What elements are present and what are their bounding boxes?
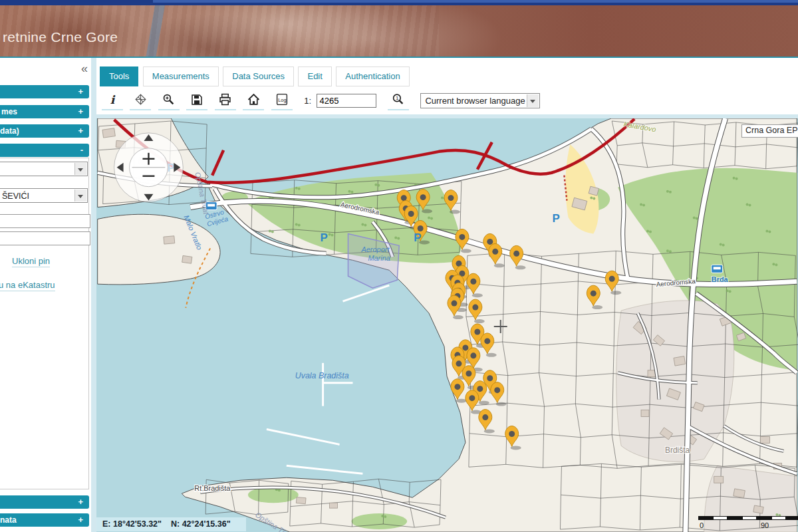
bus-stop-icon bbox=[712, 265, 723, 273]
tab-tools[interactable]: Tools bbox=[100, 66, 138, 86]
scale-prefix-label: 1: bbox=[304, 96, 311, 106]
sidebar: « + mes + data) + - ŠEVIĆI Ukloni pin u … bbox=[0, 58, 91, 532]
easting-value: E: 18°42'53.32" bbox=[102, 519, 162, 529]
parking-icon: P bbox=[321, 231, 328, 244]
cadastral-municipality-select[interactable]: ŠEVIĆI bbox=[0, 188, 88, 203]
tab-measurements[interactable]: Measurements bbox=[143, 66, 219, 86]
parking-icon: P bbox=[552, 212, 559, 225]
northing-value: N: 42°24'15.36" bbox=[171, 519, 231, 529]
zoom-icon[interactable] bbox=[158, 92, 180, 110]
scalebar-segment bbox=[698, 516, 713, 520]
home-icon[interactable] bbox=[243, 92, 264, 110]
parking-icon: P bbox=[414, 231, 421, 244]
sidebar-panel-2[interactable]: mes + bbox=[0, 105, 89, 118]
tab-data-sources[interactable]: Data Sources bbox=[223, 66, 294, 86]
expand-plus-icon[interactable]: + bbox=[78, 124, 83, 138]
scalebar-mid-label: 90 bbox=[761, 521, 769, 529]
chevron-down-icon[interactable] bbox=[74, 163, 86, 175]
scalebar-segment bbox=[713, 516, 728, 520]
map-toolbar: i Log 1: 1 Current browser language bbox=[100, 90, 795, 114]
info-icon[interactable]: i bbox=[102, 92, 123, 110]
scalebar-segment bbox=[757, 516, 771, 520]
browser-top-strip-light bbox=[153, 0, 798, 3]
sidebar-panel-3[interactable]: data) + bbox=[0, 124, 89, 138]
language-select[interactable]: Current browser language bbox=[420, 93, 540, 108]
svg-text:1: 1 bbox=[396, 96, 399, 102]
scalebar-segment bbox=[728, 516, 742, 520]
sidebar-panel-1[interactable]: + bbox=[0, 85, 89, 98]
app-header: retnine Crne Gore bbox=[0, 5, 798, 58]
scalebar: 0 90 bbox=[698, 516, 798, 532]
map-label: Aeroport bbox=[360, 245, 390, 253]
map-viewport[interactable]: Opština TivatOpština TivatMalo VratloOst… bbox=[96, 118, 798, 532]
expand-plus-icon[interactable]: + bbox=[78, 495, 83, 509]
sidebar-collapse-icon[interactable]: « bbox=[81, 63, 88, 74]
print-icon[interactable] bbox=[215, 92, 236, 110]
sidebar-panel-4-expanded[interactable]: - bbox=[0, 144, 89, 157]
map-label: Brdišta bbox=[665, 446, 690, 455]
scalebar-segment bbox=[771, 516, 786, 520]
main-area: Tools Measurements Data Sources Edit Aut… bbox=[96, 58, 798, 532]
municipality-select[interactable] bbox=[0, 162, 88, 176]
tab-bar: Tools Measurements Data Sources Edit Aut… bbox=[100, 66, 411, 86]
ekatastar-link[interactable]: u na eKatastru bbox=[0, 280, 55, 291]
sidebar-map-divider bbox=[91, 58, 96, 532]
scalebar-segment bbox=[742, 516, 757, 520]
expand-plus-icon[interactable]: + bbox=[78, 85, 83, 98]
map-label: Marina bbox=[368, 254, 390, 262]
tab-authentication[interactable]: Authentication bbox=[336, 66, 409, 86]
sidebar-bottom-panel-2[interactable]: nata + bbox=[0, 513, 89, 527]
collapse-minus-icon[interactable]: - bbox=[80, 144, 83, 157]
map-label: Rt Bradišta bbox=[194, 484, 231, 492]
scale-input[interactable] bbox=[317, 94, 376, 108]
chevron-down-icon[interactable] bbox=[74, 190, 86, 201]
expand-plus-icon[interactable]: + bbox=[78, 105, 83, 118]
pan-zoom-control[interactable] bbox=[114, 133, 184, 202]
projection-selector[interactable]: Crna Gora EPS bbox=[741, 124, 798, 138]
zoom-to-scale-icon[interactable]: 1 bbox=[388, 92, 409, 110]
scalebar-start-label: 0 bbox=[700, 521, 704, 529]
save-icon[interactable] bbox=[186, 92, 207, 110]
map-label: Brda bbox=[712, 275, 729, 283]
log-icon[interactable]: Log bbox=[271, 92, 293, 110]
layers-icon[interactable] bbox=[130, 92, 151, 110]
header-aerial-river-decoration bbox=[145, 5, 166, 58]
tab-edit[interactable]: Edit bbox=[298, 66, 331, 86]
scalebar-segment bbox=[786, 516, 798, 520]
expand-plus-icon[interactable]: + bbox=[78, 513, 83, 527]
remove-pin-link[interactable]: Ukloni pin bbox=[12, 256, 50, 267]
coordinate-readout: E: 18°42'53.32"N: 42°24'15.36" bbox=[96, 517, 246, 531]
chevron-down-icon[interactable] bbox=[527, 94, 539, 107]
parcel-search-input-2[interactable] bbox=[0, 231, 90, 245]
svg-text:Log: Log bbox=[278, 97, 286, 103]
app-title: retnine Crne Gore bbox=[3, 29, 118, 45]
search-panel-body bbox=[0, 158, 89, 489]
map-canvas[interactable]: Opština TivatOpština TivatMalo VratloOst… bbox=[96, 118, 798, 532]
map-label: Uvala Bradišta bbox=[295, 371, 349, 380]
sidebar-bottom-panel-1[interactable]: + bbox=[0, 495, 89, 509]
parcel-search-input-1[interactable] bbox=[0, 214, 90, 228]
